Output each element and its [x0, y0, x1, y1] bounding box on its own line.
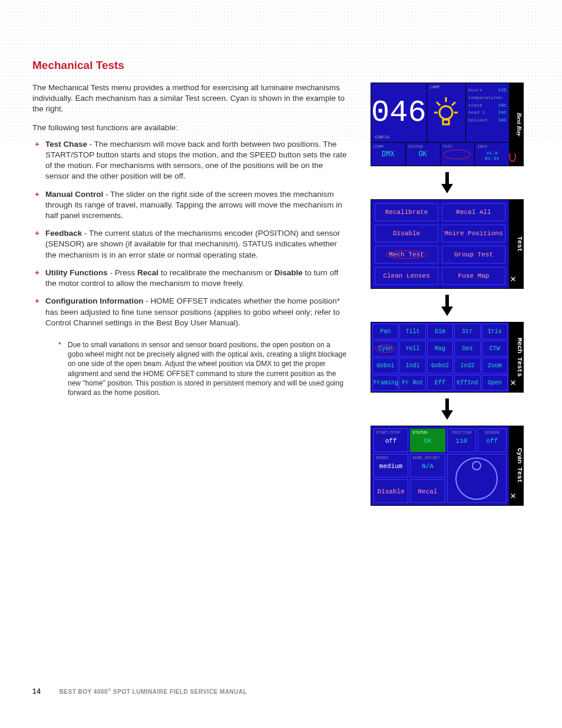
bullet-item: Test Chase - The mechanism will move bac… [45, 139, 347, 182]
sidebar-brand: Best Boy [509, 83, 523, 166]
svg-line-3 [437, 102, 440, 106]
mech-test-button[interactable]: Gobo2 [427, 358, 453, 374]
fixture-number[interactable]: 046 CONFIG [371, 83, 427, 142]
mech-test-button[interactable]: Open [482, 375, 508, 391]
mech-test-button[interactable]: Gobo1 [372, 358, 398, 374]
test-menu-button[interactable]: Mech Test [375, 246, 438, 263]
mech-test-button[interactable]: Des [454, 341, 480, 357]
mech-test-button[interactable]: Ind2 [454, 358, 480, 374]
footnote: Due to small variations in sensor and se… [68, 340, 347, 397]
mech-test-button[interactable]: Eff [427, 375, 453, 391]
screen-test-menu: RecalibrateRecal AllDisableMoire Positio… [371, 199, 524, 289]
page-footer: 14 BEST BOY 4000® SPOT LUMINAIRE FIELD S… [32, 687, 247, 696]
sidebar-cyan-test: Cyan Test ✕ [509, 426, 523, 505]
mech-test-button[interactable]: EffInd [454, 375, 480, 391]
info-cell[interactable]: INFOv1.0 01:34 [475, 142, 509, 166]
speed-button[interactable]: SPEEDmedium [373, 454, 408, 477]
test-menu-button[interactable]: Disable [375, 225, 438, 242]
mech-test-button[interactable]: Mag [427, 341, 453, 357]
arrow-down-icon [441, 172, 453, 193]
close-icon[interactable]: ✕ [510, 273, 516, 285]
avail-paragraph: The following test functions are availab… [32, 123, 347, 132]
screen-home: 046 CONFIG LAMP hours125 temperatures st… [371, 83, 524, 166]
svg-line-4 [452, 102, 455, 106]
test-menu-button[interactable]: Recalibrate [375, 203, 438, 221]
comm-cell[interactable]: COMMDMX [371, 142, 406, 166]
bulb-icon [433, 95, 459, 131]
mech-test-button[interactable]: CTW [482, 341, 508, 357]
arrow-down-icon [441, 398, 453, 420]
test-menu-button[interactable]: Moire Positions [442, 225, 505, 242]
bullet-item: Utility Functions - Press Recal to recal… [45, 268, 347, 289]
bullet-list: Test Chase - The mechanism will move bac… [32, 139, 347, 328]
manual-dial[interactable] [447, 454, 507, 503]
disable-button[interactable]: Disable [373, 479, 408, 503]
mech-test-button[interactable]: Str [454, 324, 480, 340]
close-icon[interactable]: ✕ [510, 377, 516, 388]
page-number: 14 [32, 687, 41, 696]
lamp-panel[interactable]: LAMP [427, 83, 466, 142]
screen-cyan-test: START/STOPoff STATUSOK SPEEDmedium HOME_… [371, 426, 524, 506]
sensor-cell: SENSORoff [478, 429, 507, 452]
info-panel: hours125 temperatures stack34C head 134C… [466, 83, 509, 142]
test-menu-button[interactable]: Clean Lenses [375, 267, 438, 285]
test-cell[interactable]: TEST [441, 142, 475, 166]
status-cell: STATUSOK [410, 429, 445, 452]
test-menu-button[interactable]: Group Test [442, 246, 505, 263]
mech-test-button[interactable]: Pan [372, 324, 398, 340]
recal-button[interactable]: Recal [410, 479, 445, 503]
svg-rect-1 [443, 120, 449, 124]
intro-paragraph: The Mechanical Tests menu provides a met… [32, 83, 347, 115]
sidebar-test: Test ✕ [509, 200, 523, 288]
home-offset-cell: HOME_OFFSETN/A [410, 454, 445, 477]
screen-mech-tests: PanTiltDimStrIrisCyanYellMagDesCTWGobo1I… [371, 322, 524, 393]
bullet-item: Manual Control - The slider on the right… [45, 189, 347, 222]
mech-test-button[interactable]: Tilt [399, 324, 425, 340]
mech-test-button[interactable]: Framing [372, 375, 398, 391]
status-cell[interactable]: STATUSOK [406, 142, 441, 166]
section-heading: Mechanical Tests [32, 59, 347, 72]
mech-test-button[interactable]: Fr Rot [399, 375, 425, 391]
test-menu-button[interactable]: Recal All [442, 203, 505, 221]
close-icon[interactable]: ✕ [510, 490, 516, 502]
bullet-item: Configuration Information - HOME OFFSET … [45, 296, 347, 328]
mech-test-button[interactable]: Dim [427, 324, 453, 340]
arrow-down-icon [441, 295, 453, 316]
bullet-item: Feedback - The current status of the mec… [45, 228, 347, 261]
mech-test-button[interactable]: Ind1 [399, 358, 425, 374]
test-menu-button[interactable]: Fuse Map [442, 267, 505, 285]
sidebar-mech-tests: Mech Tests ✕ [509, 322, 523, 392]
position-cell: POSITION110 [447, 429, 476, 452]
mech-test-button[interactable]: Yell [399, 341, 425, 357]
svg-point-0 [439, 106, 452, 119]
mech-test-button[interactable]: Iris [482, 324, 508, 340]
start-stop-button[interactable]: START/STOPoff [373, 429, 408, 452]
mech-test-button[interactable]: Cyan [372, 341, 398, 357]
mech-test-button[interactable]: Zoom [482, 358, 508, 374]
swirl-icon [509, 151, 516, 162]
test-highlight [444, 150, 471, 159]
